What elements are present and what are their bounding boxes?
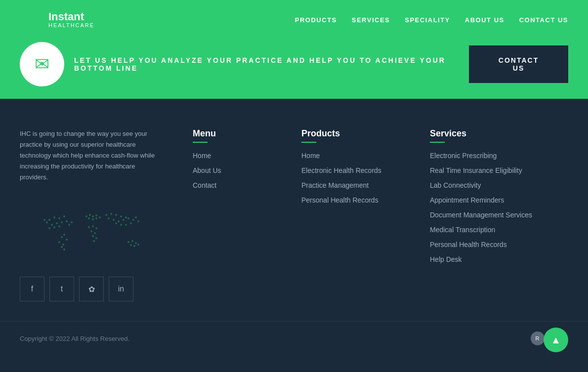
nav-link-services[interactable]: SERVICES (352, 16, 390, 24)
svg-point-18 (63, 234, 65, 236)
footer-products-col: Products Home Electronic Health Records … (301, 128, 410, 301)
svg-point-60 (130, 244, 132, 246)
svg-point-14 (43, 219, 45, 221)
svg-point-10 (53, 226, 55, 228)
svg-point-43 (120, 215, 122, 217)
list-item: Medical Transcription (430, 225, 568, 234)
svg-point-28 (88, 217, 90, 219)
svg-point-58 (131, 240, 133, 242)
nav-item-speciality[interactable]: SPECIALITY (405, 15, 450, 24)
svg-point-49 (127, 217, 129, 219)
nav-link-home[interactable]: HOME (258, 16, 280, 24)
svg-point-51 (130, 222, 132, 224)
menu-link-home[interactable]: Home (193, 152, 211, 160)
nav-link-products[interactable]: PRODUCTS (295, 16, 337, 24)
svg-point-1 (31, 13, 34, 16)
product-link-phr[interactable]: Personal Health Records (301, 196, 378, 204)
nav-link-speciality[interactable]: SPECIALITY (405, 16, 450, 24)
footer-bottom-inner: Copyright © 2022 All Rights Reserved. R … (20, 331, 568, 345)
products-title: Products (301, 128, 410, 139)
svg-point-12 (48, 227, 50, 229)
list-item: Lab Connectivity (430, 181, 568, 190)
svg-point-8 (61, 221, 63, 223)
world-map (20, 198, 158, 267)
svg-point-19 (66, 239, 68, 241)
service-link-lab[interactable]: Lab Connectivity (430, 181, 481, 189)
nav-item-contact[interactable]: CONTACT US (519, 15, 568, 24)
scroll-top-icon: ▲ (551, 334, 561, 346)
svg-point-2 (48, 219, 50, 221)
service-link-hd[interactable]: Help Desk (430, 255, 462, 263)
footer-main: IHC is going to change the way you see y… (0, 99, 588, 321)
service-link-rtie[interactable]: Real Time Insurance Eligibility (430, 166, 522, 174)
svg-point-31 (99, 216, 101, 218)
svg-point-33 (92, 225, 94, 227)
product-link-home[interactable]: Home (301, 152, 320, 160)
list-item: Real Time Insurance Eligibility (430, 166, 568, 175)
revain-icon: R (531, 331, 545, 345)
svg-point-25 (89, 214, 91, 216)
social-linkedin[interactable]: in (109, 277, 133, 301)
nav-item-home[interactable]: HOME (258, 15, 280, 24)
nav-link-about[interactable]: ABOUT US (465, 16, 504, 24)
list-item: Help Desk (430, 255, 568, 264)
footer-menu-col: Menu Home About Us Contact (193, 128, 282, 301)
services-list: Electronic Prescribing Real Time Insuran… (430, 151, 568, 264)
svg-point-37 (92, 235, 94, 237)
service-link-phr[interactable]: Personal Health Records (430, 241, 507, 248)
svg-point-32 (88, 226, 90, 228)
svg-point-24 (85, 215, 87, 217)
menu-link-contact[interactable]: Contact (193, 181, 216, 189)
menu-list: Home About Us Contact (193, 151, 282, 190)
svg-point-35 (90, 230, 92, 232)
svg-point-5 (63, 215, 65, 217)
nav-item-products[interactable]: PRODUCTS (295, 15, 337, 24)
list-item: Practice Management (301, 181, 410, 190)
envelope-icon: ✉ (35, 54, 49, 75)
list-item: Personal Health Records (301, 196, 410, 205)
svg-point-20 (58, 241, 60, 243)
social-flickr[interactable]: ✿ (79, 277, 104, 301)
nav-link-contact[interactable]: CONTACT US (519, 16, 568, 24)
svg-point-38 (95, 237, 97, 239)
logo[interactable]: Instant Healthcare (20, 7, 94, 32)
svg-point-23 (63, 248, 65, 250)
svg-point-41 (110, 213, 112, 215)
service-link-ep[interactable]: Electronic Prescribing (430, 152, 497, 160)
banner-text: LET US HELP YOU ANALYZE YOUR PRACTICE AN… (74, 56, 469, 72)
svg-point-4 (58, 217, 60, 219)
product-link-ehr[interactable]: Electronic Health Records (301, 166, 381, 174)
nav-item-about[interactable]: ABOUT US (465, 15, 504, 24)
svg-point-62 (137, 244, 139, 246)
social-facebook[interactable]: f (20, 277, 44, 301)
svg-point-57 (127, 241, 129, 243)
svg-point-7 (56, 222, 58, 224)
service-link-ar[interactable]: Appointment Reminders (430, 196, 504, 204)
svg-point-3 (53, 216, 55, 218)
service-link-dms[interactable]: Document Management Services (430, 211, 532, 219)
social-twitter[interactable]: t (49, 277, 74, 301)
svg-point-9 (66, 220, 68, 222)
service-link-mt[interactable]: Medical Transcription (430, 226, 495, 234)
svg-point-16 (71, 221, 73, 223)
svg-point-45 (108, 217, 110, 219)
svg-point-52 (125, 224, 127, 226)
nav-item-services[interactable]: SERVICES (352, 15, 390, 24)
product-link-pm[interactable]: Practice Management (301, 181, 369, 189)
banner-contact-button[interactable]: CONTACT US (469, 45, 568, 83)
products-list: Home Electronic Health Records Practice … (301, 151, 410, 205)
svg-point-22 (61, 246, 63, 248)
envelope-circle: ✉ (20, 42, 64, 86)
svg-point-27 (95, 214, 97, 216)
svg-point-48 (123, 219, 125, 221)
menu-link-about[interactable]: About Us (193, 166, 221, 174)
navigation: Instant Healthcare HOME PRODUCTS SERVICE… (0, 0, 588, 40)
svg-point-11 (58, 225, 60, 227)
footer-grid: IHC is going to change the way you see y… (20, 128, 568, 301)
svg-point-54 (115, 222, 117, 224)
scroll-to-top-button[interactable]: ▲ (544, 328, 568, 352)
svg-point-6 (51, 224, 53, 226)
logo-icon (20, 7, 44, 32)
nav-links: HOME PRODUCTS SERVICES SPECIALITY ABOUT … (258, 15, 568, 24)
list-item: Home (193, 151, 282, 160)
